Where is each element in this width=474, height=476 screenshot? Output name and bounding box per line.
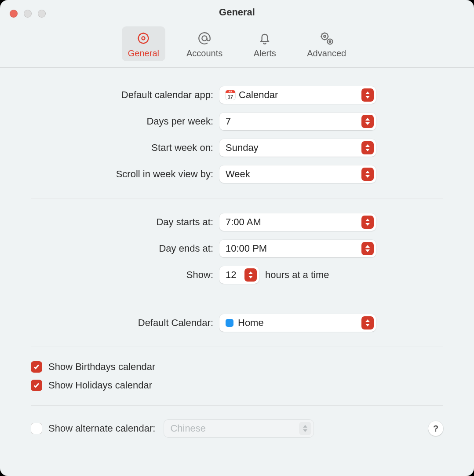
holidays-checkbox[interactable] — [31, 380, 42, 391]
tab-accounts-label: Accounts — [186, 48, 222, 59]
window-controls — [10, 10, 46, 18]
tab-alerts-label: Alerts — [254, 48, 276, 59]
day-starts-label: Day starts at: — [31, 216, 213, 228]
stepper-icon — [361, 115, 374, 128]
show-label: Show: — [31, 269, 213, 281]
calendar-color-swatch — [226, 319, 233, 327]
separator — [31, 405, 443, 406]
alternate-calendar-select: Chinese — [164, 420, 314, 437]
start-week-select[interactable]: Sunday — [219, 139, 376, 157]
svg-point-4 — [324, 35, 326, 37]
svg-point-2 — [202, 36, 207, 40]
window-title: General — [219, 7, 255, 18]
zoom-button[interactable] — [38, 10, 46, 18]
toolbar: General Accounts Alerts — [0, 25, 474, 68]
tab-advanced-label: Advanced — [307, 48, 346, 59]
alternate-calendar-value: Chinese — [170, 423, 206, 434]
help-button[interactable]: ? — [428, 421, 443, 436]
svg-point-1 — [142, 37, 145, 40]
row-birthdays: Show Birthdays calendar — [31, 358, 443, 376]
default-app-label: Default calendar app: — [31, 89, 213, 101]
bell-icon — [256, 30, 273, 47]
default-calendar-value: Home — [238, 317, 264, 329]
row-holidays: Show Holidays calendar — [31, 376, 443, 395]
separator — [31, 299, 443, 299]
row-days-per-week: Days per week: 7 — [31, 108, 443, 135]
row-start-week: Start week on: Sunday — [31, 135, 443, 161]
start-week-label: Start week on: — [31, 142, 213, 154]
show-hours-suffix: hours at a time — [265, 269, 329, 281]
alternate-label: Show alternate calendar: — [48, 423, 155, 434]
row-day-starts: Day starts at: 7:00 AM — [31, 209, 443, 235]
tab-general[interactable]: General — [122, 26, 165, 61]
titlebar: General — [0, 0, 474, 25]
calendar-app-icon: JUL 17 — [226, 90, 235, 100]
row-alternate-calendar: Show alternate calendar: Chinese ? — [31, 416, 443, 441]
day-ends-label: Day ends at: — [31, 243, 213, 254]
birthdays-label: Show Birthdays calendar — [48, 361, 155, 373]
tab-advanced[interactable]: Advanced — [301, 26, 352, 61]
start-week-value: Sunday — [226, 142, 259, 154]
days-per-week-value: 7 — [226, 116, 231, 127]
default-app-select[interactable]: JUL 17 Calendar — [219, 86, 376, 104]
stepper-icon — [361, 316, 374, 330]
tab-alerts[interactable]: Alerts — [244, 26, 286, 61]
day-ends-select[interactable]: 10:00 PM — [219, 240, 376, 257]
stepper-icon — [361, 141, 374, 154]
default-app-value: Calendar — [239, 89, 278, 101]
stepper-icon — [361, 216, 374, 229]
scroll-value: Week — [226, 168, 250, 180]
show-hours-select[interactable]: 12 — [219, 266, 259, 284]
days-per-week-label: Days per week: — [31, 116, 213, 127]
holidays-label: Show Holidays calendar — [48, 380, 152, 391]
svg-point-0 — [139, 33, 149, 44]
content: Default calendar app: JUL 17 Calendar Da… — [0, 68, 474, 451]
gears-icon — [318, 30, 335, 47]
svg-point-3 — [321, 33, 328, 40]
day-ends-value: 10:00 PM — [226, 243, 267, 254]
show-hours-value: 12 — [226, 269, 236, 281]
row-scroll: Scroll in week view by: Week — [31, 161, 443, 187]
scroll-label: Scroll in week view by: — [31, 168, 213, 180]
svg-point-5 — [327, 39, 332, 44]
days-per-week-select[interactable]: 7 — [219, 113, 376, 130]
row-show-hours: Show: 12 hours at a time — [31, 262, 443, 288]
stepper-icon — [299, 422, 311, 435]
separator — [31, 198, 443, 198]
at-icon — [196, 30, 213, 47]
day-starts-select[interactable]: 7:00 AM — [219, 213, 376, 231]
row-default-calendar: Default Calendar: Home — [31, 310, 443, 336]
close-button[interactable] — [10, 10, 18, 18]
row-default-app: Default calendar app: JUL 17 Calendar — [31, 82, 443, 108]
birthdays-checkbox[interactable] — [31, 361, 42, 373]
separator — [31, 347, 443, 347]
gear-icon — [135, 30, 152, 47]
svg-point-6 — [329, 41, 331, 43]
default-calendar-select[interactable]: Home — [219, 314, 376, 332]
stepper-icon — [361, 242, 374, 255]
stepper-icon — [244, 268, 257, 282]
default-calendar-label: Default Calendar: — [31, 317, 213, 329]
day-starts-value: 7:00 AM — [226, 216, 261, 228]
tab-general-label: General — [128, 48, 159, 59]
scroll-select[interactable]: Week — [219, 165, 376, 183]
stepper-icon — [361, 88, 374, 102]
alternate-checkbox[interactable] — [31, 423, 42, 434]
row-day-ends: Day ends at: 10:00 PM — [31, 235, 443, 262]
stepper-icon — [361, 168, 374, 181]
tab-accounts[interactable]: Accounts — [180, 26, 229, 61]
minimize-button[interactable] — [24, 10, 32, 18]
preferences-window: General General Accounts — [0, 0, 474, 476]
